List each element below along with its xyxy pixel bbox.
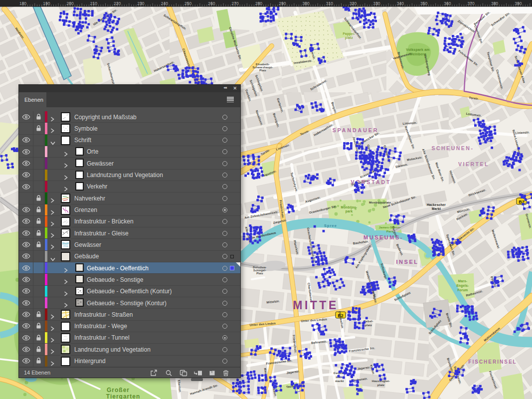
svg-text:SPANDAUER: SPANDAUER	[333, 127, 379, 133]
svg-text:Tiergarten: Tiergarten	[106, 393, 140, 399]
svg-text:Markt: Markt	[432, 207, 441, 210]
svg-text:markt: markt	[335, 380, 344, 383]
svg-text:Hackescher: Hackescher	[427, 203, 446, 206]
svg-text:Platz: Platz	[259, 69, 266, 72]
svg-text:SCHEUNEN-: SCHEUNEN-	[432, 145, 474, 151]
svg-text:Marx-: Marx-	[458, 279, 467, 283]
svg-text:FISCHERINSEL: FISCHERINSEL	[468, 359, 517, 365]
svg-text:INSEL: INSEL	[396, 259, 419, 265]
svg-text:James-Simon-: James-Simon-	[379, 225, 401, 229]
svg-text:Pappel-: Pappel-	[343, 32, 355, 36]
svg-text:park: park	[346, 209, 353, 213]
svg-text:MITTE: MITTE	[293, 299, 339, 312]
svg-text:platz: platz	[365, 324, 372, 327]
svg-text:Monbijou-: Monbijou-	[341, 205, 357, 209]
svg-text:Platz: Platz	[256, 272, 263, 275]
svg-text:Weinberg: Weinberg	[409, 52, 426, 56]
svg-text:VIERTEL: VIERTEL	[458, 161, 489, 167]
svg-text:Monbijouplatz: Monbijouplatz	[369, 200, 391, 204]
svg-text:MUSEUMS-: MUSEUMS-	[363, 234, 403, 240]
svg-text:platz: platz	[377, 384, 385, 387]
svg-text:Volkspark am: Volkspark am	[406, 48, 429, 52]
svg-text:Park: Park	[386, 229, 394, 233]
svg-text:Engels-: Engels-	[457, 284, 469, 288]
svg-text:Forum: Forum	[457, 288, 468, 292]
svg-text:Großer: Großer	[107, 387, 130, 394]
svg-text:platz: platz	[345, 36, 353, 40]
svg-text:Spree: Spree	[324, 223, 337, 228]
